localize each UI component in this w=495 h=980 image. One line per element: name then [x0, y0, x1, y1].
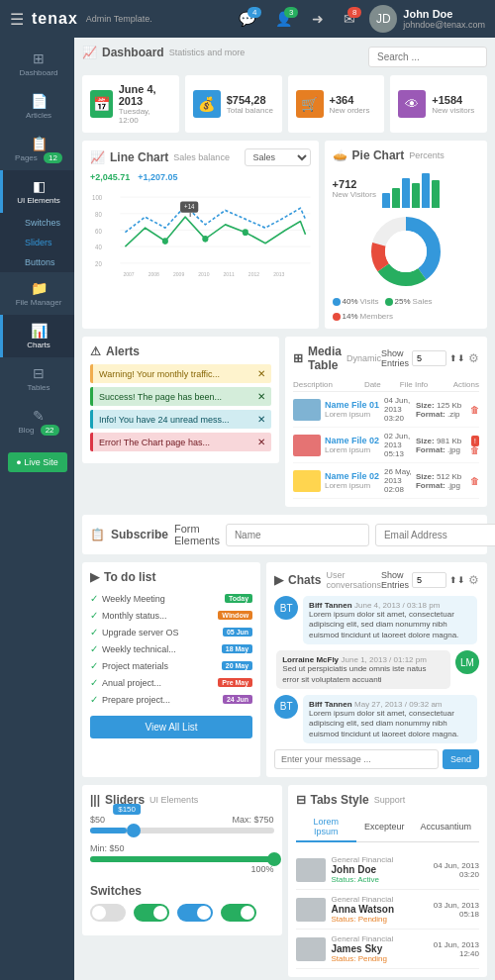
entries-input[interactable] — [412, 350, 446, 366]
sidebar-item-articles[interactable]: 📄 Articles — [0, 85, 74, 128]
todo-item: ✓ Prepare project... 24 Jun — [90, 691, 252, 708]
live-site-button[interactable]: ● Live Site — [8, 452, 67, 472]
tab-accusantium[interactable]: Accusantium — [412, 813, 479, 842]
slider1-min: $50 — [90, 815, 105, 825]
sliders-subtitle: UI Elements — [149, 795, 198, 805]
svg-text:2011: 2011 — [224, 271, 235, 277]
sidebar-sub-buttons[interactable]: Buttons — [15, 252, 74, 272]
sidebar-item-file-manager[interactable]: 📁 File Manager — [0, 272, 74, 315]
line-chart-svg: 100 80 60 40 20 2007 2008 2009 2010 2011… — [90, 186, 311, 285]
chart-select[interactable]: Sales Revenue Visits — [245, 148, 311, 166]
check-icon: ✓ — [90, 677, 98, 688]
chat-input[interactable] — [274, 749, 439, 769]
stat-date-value: June 4, 2013 — [119, 83, 171, 107]
tab-item: General Financial Anna Watson Status: Pe… — [296, 890, 480, 930]
media-desc: Lorem ipsum — [325, 410, 384, 419]
switch-1[interactable] — [90, 904, 126, 922]
delete-icon[interactable]: 🗑 — [470, 476, 479, 486]
pie-chart-title: Pie Chart — [352, 148, 405, 162]
sidebar-item-pages[interactable]: 📋 Pages 12 — [0, 128, 74, 170]
sidebar-sub-sliders[interactable]: Sliders — [15, 233, 74, 252]
line-chart-subtitle: Sales balance — [173, 152, 230, 162]
chart-stat2: +1,207.05 — [138, 172, 177, 182]
chat-bubble: Biff Tannen May 27, 2013 / 09:32 am Lore… — [303, 695, 477, 743]
subscribe-card: 📋 Subscribe Form Elements Subscribe — [82, 515, 487, 554]
sidebar-item-dashboard[interactable]: ⊞ Dashboard — [0, 43, 74, 85]
avatar: JD — [369, 5, 397, 33]
user-nav-icon[interactable]: 👤3 — [269, 11, 298, 27]
todo-icon: ▶ — [90, 570, 99, 584]
slider-2: Min: $50 100% — [90, 843, 274, 874]
media-table-subtitle: Dynamic — [346, 353, 381, 363]
svg-text:20: 20 — [95, 260, 102, 267]
alert-close-warning[interactable]: ✕ — [257, 368, 265, 379]
chats-stepper[interactable]: ⬆⬇ — [449, 575, 465, 585]
sidebar-item-ui-elements[interactable]: ◧ UI Elements — [0, 170, 74, 213]
calendar-icon: 📅 — [90, 90, 113, 118]
mail-nav-icon[interactable]: ✉8 — [338, 11, 361, 27]
todo-item: ✓ Monthly status... Window — [90, 607, 252, 624]
tab-excepteur[interactable]: Excepteur — [356, 813, 413, 842]
media-thumb — [293, 435, 321, 456]
alert-close-danger[interactable]: ✕ — [257, 437, 265, 447]
alert-warning: Warning! Your monthly traffic... ✕ — [90, 364, 271, 383]
check-icon: ✓ — [90, 660, 98, 671]
slider-track[interactable]: $150 — [90, 828, 274, 833]
switch-3[interactable] — [177, 904, 213, 922]
tab-lorem-ipsum[interactable]: Lorem Ipsum — [296, 813, 356, 842]
media-settings-icon[interactable]: ⚙ — [468, 351, 479, 365]
switch-2[interactable] — [134, 904, 169, 922]
orders-icon: 🛒 — [296, 90, 324, 118]
subscribe-email-input[interactable] — [375, 524, 495, 546]
switches-row — [90, 904, 274, 922]
stat-card-visitors: 👁 +1584 New visitors — [390, 75, 487, 133]
sidebar-item-tables[interactable]: ⊟ Tables — [0, 357, 74, 400]
hamburger-icon[interactable]: ☰ — [10, 10, 24, 29]
slider-thumb[interactable]: $150 — [127, 824, 141, 837]
media-fileinfo: Size: 125 KbFormat: .zip — [416, 401, 463, 419]
chats-settings-icon[interactable]: ⚙ — [468, 573, 479, 587]
search-input[interactable] — [368, 47, 487, 67]
chat-input-row: Send — [274, 749, 479, 769]
chat-nav-icon[interactable]: 💬4 — [233, 11, 261, 27]
entries-stepper[interactable]: ⬆⬇ — [449, 353, 465, 363]
switch-4[interactable] — [221, 904, 256, 922]
pie-chart-card: 🥧 Pie Chart Percents +712 New Visitors — [325, 141, 487, 329]
chats-entries-input[interactable] — [412, 572, 446, 588]
stat-visitors-label: New visitors — [432, 106, 474, 115]
view-all-button[interactable]: View All List — [90, 716, 252, 738]
media-name[interactable]: Name File 01 — [325, 400, 384, 410]
arrow-nav-icon[interactable]: ➜ — [306, 11, 330, 27]
alert-close-success[interactable]: ✕ — [257, 391, 265, 402]
svg-text:100: 100 — [92, 194, 103, 201]
main-content: 📈 Dashboard Statistics and more 📅 June 4… — [74, 38, 495, 980]
check-icon: ✓ — [90, 627, 98, 637]
slider-thumb-2[interactable] — [267, 852, 281, 866]
chat-send-button[interactable]: Send — [443, 749, 479, 769]
sidebar-item-charts[interactable]: 📊 Charts — [0, 315, 74, 357]
slider-track-2[interactable] — [90, 856, 274, 862]
chat-bubble-right: Lorraine McFly June 1, 2013 / 01:12 pm S… — [276, 650, 450, 689]
chat-avatar: BT — [274, 596, 298, 620]
line-chart-icon: 📈 — [90, 150, 105, 164]
stat-date-label: Tuesday, 12:00 — [119, 107, 171, 125]
subscribe-name-input[interactable] — [226, 524, 369, 546]
media-name[interactable]: Name File 02 — [325, 436, 384, 445]
delete-icon[interactable]: 🗑 — [470, 445, 479, 455]
alert-close-info[interactable]: ✕ — [257, 414, 265, 425]
stat-card-balance: 💰 $754,28 Total balance — [185, 75, 282, 133]
slider1-max: Max: $750 — [232, 815, 273, 825]
sidebar-sub-switches[interactable]: Switches — [15, 213, 74, 233]
alert-danger: Error! The Chart page has... ✕ — [90, 433, 271, 451]
delete-icon[interactable]: 🗑 — [470, 405, 479, 415]
svg-text:80: 80 — [95, 211, 102, 218]
todo-chats-row: ▶ To do list ✓ Weekly Meeting Today ✓ Mo… — [82, 562, 487, 777]
table-columns: Description Date File Info Actions — [293, 378, 479, 392]
svg-text:40: 40 — [95, 244, 102, 250]
todo-title: To do list — [104, 570, 155, 584]
sidebar-item-blog[interactable]: ✎ Blog 22 — [0, 400, 74, 442]
todo-item: ✓ Weekly technical... 18 May — [90, 640, 252, 657]
media-name[interactable]: Name File 02 — [325, 471, 384, 481]
chat-avatar: LM — [455, 650, 479, 674]
svg-text:2009: 2009 — [173, 271, 184, 277]
